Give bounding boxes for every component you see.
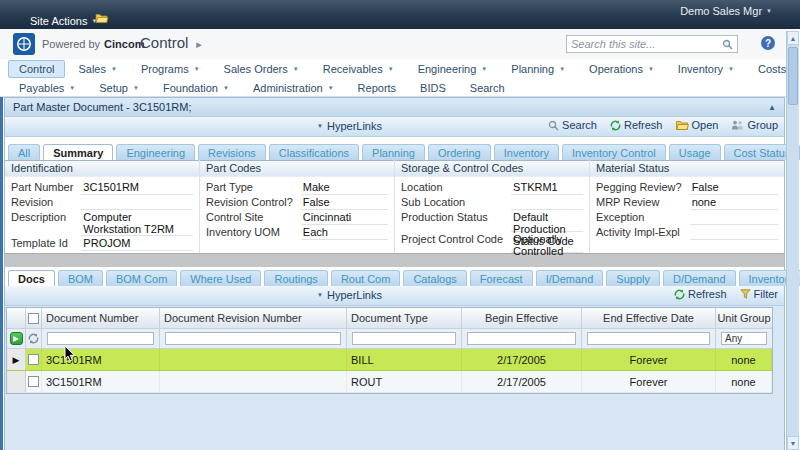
column-header-document-revision-number[interactable]: Document Revision Number [160, 308, 347, 328]
menu-item-administration[interactable]: Administration▼ [242, 79, 345, 97]
field-label-inventory-uom: Inventory UOM [206, 225, 293, 240]
field-value-control-site[interactable]: Cincinnati [301, 210, 388, 225]
field-value-mrp-review[interactable]: none [690, 195, 778, 210]
field-value-revision-control[interactable]: False [301, 195, 388, 210]
refresh-button[interactable]: Refresh [674, 288, 727, 300]
row-checkbox[interactable] [28, 354, 39, 365]
reload-icon[interactable] [26, 329, 42, 348]
hyperlinks-menu[interactable]: ▼HyperLinks [317, 120, 382, 132]
group-button[interactable]: Group [731, 119, 778, 131]
refresh-button[interactable]: Refresh [610, 119, 663, 131]
tab-where-used[interactable]: Where Used [180, 270, 261, 286]
help-icon[interactable]: ? [760, 35, 776, 51]
open-button[interactable]: Open [676, 119, 719, 131]
tab-bom-com[interactable]: BOM Com [106, 270, 177, 286]
filter-input-document-revision-number[interactable] [165, 332, 341, 345]
field-value-activity-impl-expl[interactable] [690, 225, 778, 240]
tab-routings[interactable]: Routings [264, 270, 327, 286]
field-value-project-control-code[interactable]: Optionally Controlled [511, 232, 583, 254]
menu-item-reports[interactable]: Reports [347, 79, 408, 97]
menu-item-control[interactable]: Control [8, 60, 65, 78]
field-value-sub-location[interactable] [511, 195, 583, 210]
filter-input-document-number[interactable] [47, 332, 154, 345]
tab-engineering[interactable]: Engineering [116, 144, 195, 160]
field-value-exception[interactable] [690, 210, 778, 225]
user-menu[interactable]: Demo Sales Mgr▼ [680, 5, 772, 17]
column-header-document-number[interactable]: Document Number [42, 308, 160, 328]
filter-select-unit-group[interactable]: Any [721, 332, 767, 345]
menu-item-planning[interactable]: Planning▼ [500, 60, 576, 78]
field-value-part-number[interactable]: 3C1501RM [81, 180, 193, 195]
tab-catalogs[interactable]: Catalogs [403, 270, 466, 286]
search-icon[interactable] [722, 39, 737, 50]
tab-docs[interactable]: Docs [8, 270, 55, 286]
row-checkbox[interactable] [28, 376, 39, 387]
site-actions-menu[interactable]: Site Actions▼ [30, 15, 97, 27]
tab-inventory-control[interactable]: Inventory Control [562, 144, 666, 160]
tab-supply[interactable]: Supply [606, 270, 660, 286]
cell-document-number: 3C1501RM [42, 371, 160, 392]
tab-classifications[interactable]: Classifications [269, 144, 359, 160]
tab-inventory[interactable]: Inventory [494, 144, 559, 160]
chevron-down-icon: ▼ [648, 66, 654, 72]
tab-rout-com[interactable]: Rout Com [331, 270, 401, 286]
select-all-checkbox[interactable] [28, 313, 39, 324]
menu-item-setup[interactable]: Setup▼ [88, 79, 150, 97]
field-value-location[interactable]: STKRM1 [511, 180, 583, 195]
tab-bom[interactable]: BOM [58, 270, 103, 286]
field-label-activity-impl-expl: Activity Impl-Expl [596, 225, 682, 240]
table-row[interactable]: 3C1501RMROUT2/17/2005Forevernone [7, 371, 772, 393]
tab-forecast[interactable]: Forecast [470, 270, 533, 286]
filter-button[interactable]: Filter [740, 288, 778, 300]
field-value-template-id[interactable]: PROJOM [81, 236, 193, 251]
tab-summary[interactable]: Summary [43, 144, 113, 160]
tab-usage[interactable]: Usage [669, 144, 721, 160]
scroll-down-arrow-icon[interactable]: ▼ [787, 436, 799, 450]
collapse-panel-icon[interactable]: ▲ [768, 103, 776, 112]
field-value-revision[interactable] [81, 195, 193, 210]
tab-revisions[interactable]: Revisions [198, 144, 266, 160]
column-header-begin-effective[interactable]: Begin Effective [462, 308, 582, 328]
scrollbar-thumb[interactable] [788, 47, 798, 105]
table-row[interactable]: ▶3C1501RMBILL2/17/2005Forevernone [7, 349, 772, 371]
chevron-down-icon: ▼ [766, 8, 772, 14]
menu-item-sales[interactable]: Sales▼ [67, 60, 127, 78]
documents-grid-area: Document NumberDocument Revision NumberD… [5, 306, 784, 450]
vertical-scrollbar[interactable]: ▲ ▼ [786, 31, 799, 450]
tab-ordering[interactable]: Ordering [428, 144, 491, 160]
filter-input-end-effective-date[interactable] [587, 332, 710, 345]
search-button[interactable]: Search [548, 119, 597, 131]
tab-d-demand[interactable]: D/Demand [663, 270, 736, 286]
column-header-document-type[interactable]: Document Type [347, 308, 462, 328]
menu-item-engineering[interactable]: Engineering▼ [407, 60, 499, 78]
tab-planning[interactable]: Planning [362, 144, 425, 160]
filter-input-begin-effective[interactable] [467, 332, 576, 345]
scroll-up-arrow-icon[interactable]: ▲ [787, 31, 799, 45]
tab-all[interactable]: All [8, 144, 40, 160]
column-header-end-effective-date[interactable]: End Effective Date [582, 308, 716, 328]
tab-i-demand[interactable]: I/Demand [536, 270, 604, 286]
field-value-inventory-uom[interactable]: Each [301, 225, 388, 240]
menu-item-programs[interactable]: Programs▼ [130, 60, 211, 78]
column-header-unit-group[interactable]: Unit Group [716, 308, 772, 328]
folder-icon[interactable] [95, 13, 109, 24]
menu-item-search[interactable]: Search [459, 79, 516, 97]
cell-begin-effective: 2/17/2005 [462, 371, 582, 392]
hyperlinks-menu-2[interactable]: ▼HyperLinks [317, 289, 382, 301]
menu-item-sales-orders[interactable]: Sales Orders▼ [213, 60, 310, 78]
field-value-production-status[interactable]: Default Production Status Code [511, 210, 583, 232]
filter-input-document-type[interactable] [352, 332, 456, 345]
menu-item-payables[interactable]: Payables▼ [8, 79, 86, 97]
menu-item-foundation[interactable]: Foundation▼ [152, 79, 240, 97]
menu-item-bids[interactable]: BIDS [409, 79, 457, 97]
chevron-down-icon: ▼ [481, 66, 487, 72]
field-value-part-type[interactable]: Make [301, 180, 388, 195]
search-input[interactable] [567, 38, 722, 50]
apply-filter-button[interactable] [10, 332, 23, 345]
filter-cell-document-type [347, 329, 462, 348]
menu-item-operations[interactable]: Operations▼ [578, 60, 665, 78]
menu-item-inventory[interactable]: Inventory▼ [667, 60, 745, 78]
menu-item-receivables[interactable]: Receivables▼ [312, 60, 405, 78]
field-value-pegging-review[interactable]: False [690, 180, 778, 195]
field-value-description[interactable]: Computer Workstation T2RM [81, 210, 193, 236]
